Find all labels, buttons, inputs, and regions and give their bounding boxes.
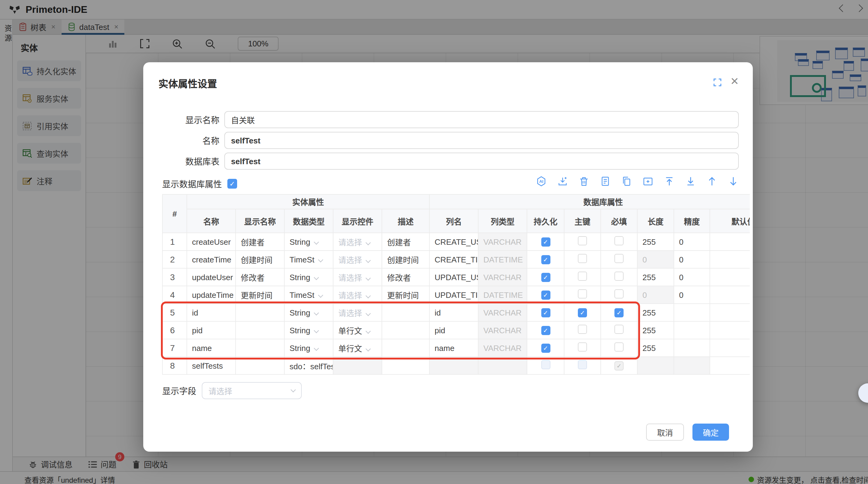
cell-control[interactable]: 单行文 <box>333 321 382 339</box>
required-checkbox[interactable] <box>614 342 624 351</box>
persist-checkbox[interactable]: ✓ <box>541 273 550 282</box>
cell-desc[interactable] <box>382 321 429 339</box>
cell-length[interactable]: 255 <box>637 304 674 321</box>
cell-length[interactable]: 255 <box>637 268 674 286</box>
cell-default_value[interactable] <box>710 268 750 286</box>
cell-name[interactable]: id <box>187 304 236 321</box>
primary_key-checkbox[interactable] <box>578 289 587 298</box>
cell-column_type[interactable]: VARCHAR <box>478 304 527 321</box>
required-checkbox[interactable] <box>614 325 624 334</box>
primary_key-checkbox[interactable]: ✓ <box>578 308 587 317</box>
move-down-icon[interactable] <box>728 176 739 187</box>
ok-button[interactable]: 确定 <box>692 424 729 441</box>
cell-column_type[interactable]: DATETIME <box>478 251 527 268</box>
cell-precision[interactable] <box>674 339 710 357</box>
detail-icon[interactable] <box>600 176 611 187</box>
cell-display_name[interactable]: 修改者 <box>236 268 284 286</box>
import-icon[interactable] <box>557 176 568 187</box>
cell-name[interactable]: selfTests <box>187 357 236 374</box>
cell-column_type[interactable]: VARCHAR <box>478 233 527 251</box>
required-checkbox[interactable] <box>614 236 624 245</box>
cell-precision[interactable] <box>674 357 710 374</box>
cell-display_name[interactable]: 创建时间 <box>236 251 284 268</box>
cell-precision[interactable] <box>674 304 710 321</box>
cell-precision[interactable]: 0 <box>674 233 710 251</box>
cell-default_value[interactable] <box>710 339 750 357</box>
cell-control[interactable]: 单行文 <box>333 339 382 357</box>
delete-icon[interactable] <box>579 176 589 187</box>
cell-precision[interactable]: 0 <box>674 286 710 304</box>
cell-desc[interactable]: 修改者 <box>382 268 429 286</box>
cell-column_type[interactable]: VARCHAR <box>478 321 527 339</box>
persist-checkbox[interactable]: ✓ <box>541 255 550 264</box>
cell-precision[interactable] <box>674 321 710 339</box>
cell-data_type[interactable]: String <box>284 304 333 321</box>
dialog-maximize-icon[interactable] <box>713 78 722 87</box>
cell-default_value[interactable] <box>710 304 750 321</box>
cell-control[interactable]: 请选择 <box>333 268 382 286</box>
cell-data_type[interactable]: TimeSt <box>284 286 333 304</box>
cell-precision[interactable]: 0 <box>674 251 710 268</box>
persist-checkbox[interactable]: ✓ <box>541 326 550 335</box>
cell-default_value[interactable] <box>710 286 750 304</box>
cell-data_type[interactable]: sdo：selfTests <box>284 357 333 374</box>
move-top-icon[interactable] <box>664 176 675 187</box>
cell-name[interactable]: updateTime <box>187 286 236 304</box>
cell-length[interactable]: 0 <box>637 251 674 268</box>
display-name-input[interactable] <box>224 111 739 128</box>
cell-column_type[interactable]: VARCHAR <box>478 339 527 357</box>
required-checkbox[interactable] <box>614 254 624 263</box>
required-checkbox[interactable] <box>614 289 624 298</box>
cell-desc[interactable] <box>382 304 429 321</box>
cell-column_type[interactable]: DATETIME <box>478 286 527 304</box>
cell-data_type[interactable]: TimeSt <box>284 251 333 268</box>
cell-column_type[interactable] <box>478 357 527 374</box>
cell-data_type[interactable]: String <box>284 339 333 357</box>
name-input[interactable] <box>224 132 739 149</box>
cell-desc[interactable]: 更新时间 <box>382 286 429 304</box>
cell-control[interactable]: 请选择 <box>333 286 382 304</box>
cell-desc[interactable] <box>382 339 429 357</box>
cell-display_name[interactable] <box>236 339 284 357</box>
cell-display_name[interactable] <box>236 357 284 374</box>
cell-length[interactable]: 0 <box>637 286 674 304</box>
move-bottom-icon[interactable] <box>685 176 696 187</box>
cell-column_name[interactable]: CREATE_USER <box>429 233 478 251</box>
cell-control[interactable] <box>333 357 382 374</box>
cell-data_type[interactable]: String <box>284 233 333 251</box>
cell-name[interactable]: updateUser <box>187 268 236 286</box>
persist-checkbox[interactable]: ✓ <box>541 344 550 353</box>
add-child-icon[interactable] <box>643 176 653 187</box>
primary_key-checkbox[interactable] <box>578 254 587 263</box>
persist-checkbox[interactable]: ✓ <box>541 308 550 317</box>
cell-column_name[interactable]: CREATE_TIME <box>429 251 478 268</box>
cell-column_name[interactable]: UPDATE_USER <box>429 268 478 286</box>
persist-checkbox[interactable]: ✓ <box>541 290 550 300</box>
dialog-close-icon[interactable]: ✕ <box>730 75 739 88</box>
cell-data_type[interactable]: String <box>284 268 333 286</box>
cell-column_name[interactable]: pid <box>429 321 478 339</box>
cell-column_name[interactable] <box>429 357 478 374</box>
cell-column_name[interactable]: id <box>429 304 478 321</box>
persist-checkbox[interactable]: ✓ <box>541 237 550 247</box>
primary_key-checkbox[interactable] <box>578 272 587 281</box>
db-table-input[interactable] <box>224 152 739 170</box>
cell-name[interactable]: createTime <box>187 251 236 268</box>
primary_key-checkbox[interactable] <box>578 342 587 351</box>
cell-data_type[interactable]: String <box>284 321 333 339</box>
cell-display_name[interactable] <box>236 321 284 339</box>
cell-display_name[interactable]: 更新时间 <box>236 286 284 304</box>
cell-name[interactable]: name <box>187 339 236 357</box>
primary_key-checkbox[interactable] <box>578 236 587 245</box>
ai-icon[interactable]: AI <box>536 176 547 187</box>
required-checkbox[interactable]: ✓ <box>614 308 624 317</box>
cell-length[interactable]: 255 <box>637 233 674 251</box>
cell-name[interactable]: pid <box>187 321 236 339</box>
cell-default_value[interactable] <box>710 321 750 339</box>
cell-desc[interactable]: 创建者 <box>382 233 429 251</box>
cell-default_value[interactable] <box>710 357 750 374</box>
cell-column_type[interactable]: VARCHAR <box>478 268 527 286</box>
cell-length[interactable] <box>637 357 674 374</box>
required-checkbox[interactable] <box>614 272 624 281</box>
cell-control[interactable]: 请选择 <box>333 251 382 268</box>
